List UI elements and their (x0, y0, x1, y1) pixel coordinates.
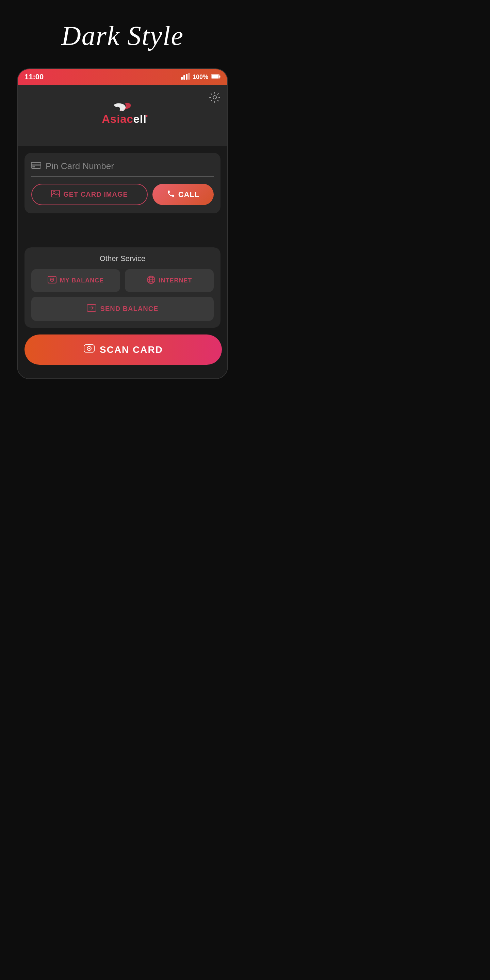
scan-icon (83, 343, 95, 356)
svg-rect-2 (186, 74, 188, 80)
status-bar: 11:00 100% (18, 69, 227, 85)
send-balance-label: SEND BALANCE (100, 305, 159, 313)
status-time: 11:00 (24, 73, 43, 81)
svg-rect-3 (188, 73, 190, 80)
svg-rect-13 (51, 190, 60, 197)
settings-button[interactable] (209, 92, 221, 106)
scan-card-label: SCAN CARD (100, 344, 163, 355)
phone-icon (167, 189, 175, 200)
svg-point-7 (213, 95, 216, 99)
pin-card-form: GET CARD IMAGE CALL (24, 153, 221, 213)
svg-rect-12 (32, 166, 35, 167)
scan-card-button[interactable]: SCAN CARD (24, 334, 222, 365)
svg-text:Asiacell: Asiacell (102, 113, 146, 125)
pin-card-input[interactable] (46, 161, 214, 172)
internet-label: INTERNET (159, 277, 192, 284)
status-icons: 100% (181, 73, 221, 81)
call-button[interactable]: CALL (153, 184, 214, 205)
signal-icon (181, 73, 190, 81)
balance-icon (48, 275, 56, 286)
internet-icon (147, 275, 156, 286)
svg-point-22 (89, 348, 90, 349)
svg-point-9 (146, 115, 147, 117)
svg-rect-0 (181, 77, 183, 80)
get-card-image-button[interactable]: GET CARD IMAGE (31, 184, 148, 205)
svg-rect-5 (212, 75, 219, 78)
internet-button[interactable]: INTERNET (125, 269, 214, 292)
battery-icon (211, 73, 221, 81)
other-service-title: Other Service (31, 254, 214, 263)
svg-rect-1 (183, 75, 185, 80)
battery-text: 100% (192, 73, 208, 81)
get-card-image-icon (51, 190, 60, 199)
get-card-image-label: GET CARD IMAGE (63, 191, 128, 198)
phone-frame: 11:00 100% (17, 68, 228, 379)
call-label: CALL (178, 190, 200, 199)
phone-inner: Asiacell (18, 85, 227, 379)
other-service-card: Other Service MY BALANCE (24, 247, 221, 328)
logo-container: Asiacell (78, 98, 167, 132)
svg-rect-11 (31, 164, 41, 166)
credit-card-icon (31, 162, 41, 171)
page-title: Dark Style (61, 21, 184, 51)
pin-input-row (31, 161, 214, 177)
content-spacer (18, 220, 227, 247)
my-balance-button[interactable]: MY BALANCE (31, 269, 120, 292)
action-buttons-row: GET CARD IMAGE CALL (31, 184, 214, 205)
my-balance-label: MY BALANCE (60, 277, 104, 284)
send-balance-button[interactable]: SEND BALANCE (31, 297, 214, 321)
svg-rect-23 (88, 344, 91, 345)
app-header: Asiacell (18, 85, 227, 146)
svg-rect-6 (220, 76, 221, 78)
service-row-top: MY BALANCE INTERNET (31, 269, 214, 292)
send-balance-icon (87, 304, 96, 314)
